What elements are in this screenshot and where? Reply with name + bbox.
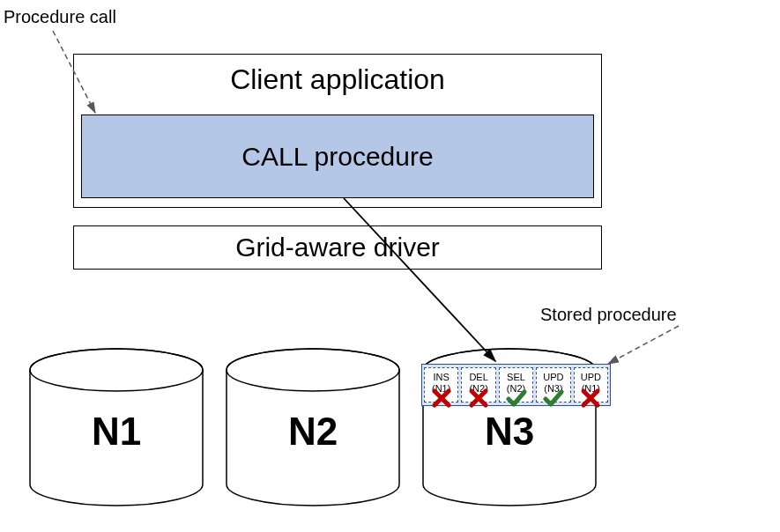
node-label: N1 [28,410,204,454]
stored-op-del-1: DEL(N2) [461,367,495,403]
check-icon [506,388,527,409]
node-cylinder-n2: N2 [225,348,401,506]
node-label: N3 [421,410,598,454]
procedure-call-label: Procedure call [4,7,116,27]
op-name: INS [425,372,457,383]
op-name: DEL [462,372,494,383]
client-application-title: Client application [74,63,601,96]
call-procedure-text: CALL procedure [241,142,433,172]
svg-line-8 [608,326,679,364]
stored-op-sel-2: SEL(N2) [499,367,533,403]
stored-procedure-label: Stored procedure [540,305,677,325]
grid-aware-driver-box: Grid-aware driver [73,225,602,270]
driver-text: Grid-aware driver [235,233,440,262]
cross-icon [580,388,601,409]
node-cylinder-n1: N1 [28,348,204,506]
cross-icon [468,388,489,409]
check-icon [543,388,564,409]
op-name: UPD [575,372,607,383]
node-label: N2 [225,410,401,454]
call-procedure-box: CALL procedure [81,115,594,198]
stored-op-upd-4: UPD(N1) [574,367,608,403]
stored-op-ins-0: INS(N1) [424,367,458,403]
stored-op-upd-3: UPD(N3) [536,367,570,403]
stored-procedure-box: INS(N1)DEL(N2)SEL(N2)UPD(N3)UPD(N1) [421,364,611,406]
op-name: UPD [537,372,569,383]
svg-line-7 [344,198,495,361]
cross-icon [431,388,452,409]
op-name: SEL [500,372,532,383]
